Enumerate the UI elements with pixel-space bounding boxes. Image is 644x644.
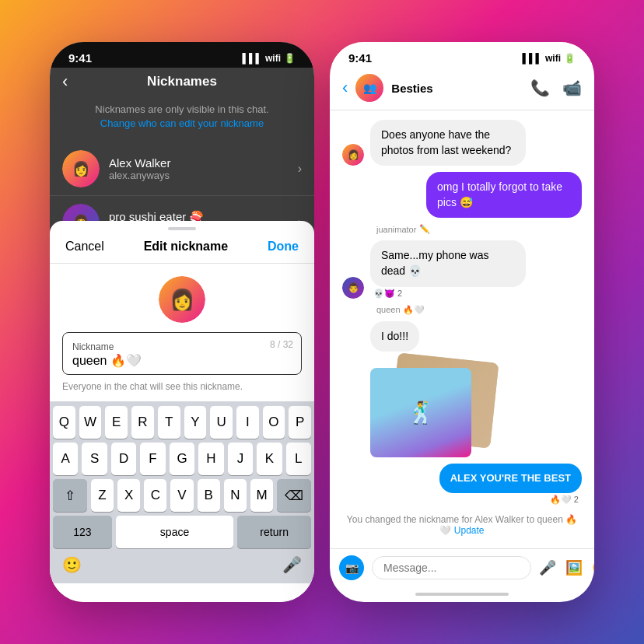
msg-avatar-3: 👨 [342,277,364,299]
left-phone: 9:41 ▌▌▌ wifi 🔋 ‹ Nicknames Nicknames ar… [50,42,314,602]
msg-row-5: ALEX YOU'RE THE BEST [439,464,582,493]
key-r[interactable]: R [131,406,154,439]
key-t[interactable]: T [158,406,180,439]
key-z[interactable]: Z [91,479,114,512]
subtitle-text: Nicknames are only visible in this chat. [95,103,268,115]
key-k[interactable]: K [257,443,282,475]
nickname-input-area[interactable]: Nickname 8 / 32 queen 🔥🤍 [62,332,302,375]
sticker-button[interactable]: 😊 [592,559,594,576]
home-indicator-right [330,586,594,602]
key-l[interactable]: L [286,443,311,475]
nav-bar: ‹ Nicknames [50,68,314,99]
header-action-icons: 📞 📹 [530,79,582,97]
msg-row-1: 👩 Does anyone have the photos from last … [342,120,582,166]
key-y[interactable]: Y [184,406,207,439]
right-status-bar: 9:41 ▌▌▌ wifi 🔋 [330,42,594,68]
page-title: Nicknames [147,74,217,89]
done-button[interactable]: Done [268,240,299,254]
key-s[interactable]: S [82,443,107,475]
key-b[interactable]: B [198,479,220,512]
nickname-label: Nickname [72,341,114,352]
key-123[interactable]: 123 [53,516,112,548]
sheet-avatar-area: 👩 [50,264,314,332]
key-u[interactable]: U [210,406,233,439]
sheet-header: Cancel Edit nickname Done [50,233,314,264]
right-time: 9:41 [348,51,372,65]
msg-row-4: I do!!! [342,321,582,352]
key-v[interactable]: V [170,479,193,512]
key-q[interactable]: Q [53,406,75,439]
mic-button[interactable]: 🎤 [539,559,556,576]
bubble-5: ALEX YOU'RE THE BEST [439,464,582,493]
chat-area: 👩 Does anyone have the photos from last … [330,110,594,548]
bubble-2: omg I totally forgot to take pics 😅 [426,172,582,218]
key-return[interactable]: return [237,516,311,548]
reaction-3: 💀😈 2 [370,289,526,299]
key-x[interactable]: X [117,479,140,512]
key-o[interactable]: O [263,406,285,439]
bubble-3: Same...my phone was dead 💀 [370,240,526,286]
contact-avatar-1: 👩 [62,150,100,187]
video-icon[interactable]: 📹 [562,79,582,97]
camera-button[interactable]: 📷 [339,555,364,580]
chat-header: ‹ 👥 Besties 📞 📹 [330,68,594,110]
cancel-button[interactable]: Cancel [65,240,104,254]
key-n[interactable]: N [224,479,247,512]
message-input[interactable] [372,556,531,579]
mic-icon[interactable]: 🎤 [282,555,302,574]
wifi-icon-r: wifi [545,53,561,64]
nickname-value[interactable]: queen 🔥🤍 [72,353,292,368]
battery-icon-r: 🔋 [564,53,576,64]
chevron-icon-1: › [298,162,302,176]
photo-front[interactable]: 🕺 [370,368,471,457]
message-bar: 📷 🎤 🖼️ 😊 [330,548,594,586]
key-m[interactable]: M [250,479,273,512]
key-row-1: Q W E R T Y U I O P [53,406,311,439]
reaction-5: 🔥🤍 2 [550,495,582,505]
group-name: Besties [391,82,523,95]
phone-icon[interactable]: 📞 [530,79,550,97]
key-a[interactable]: A [53,443,78,475]
keyboard: Q W E R T Y U I O P A S D [50,401,314,583]
key-i[interactable]: I [236,406,259,439]
sender-name-juanimator: juanimator [376,225,416,234]
group-avatar: 👥 [355,74,383,102]
message-actions: 🎤 🖼️ 😊 [539,559,594,576]
sender-label-juanimator: juanimator ✏️ [342,224,582,234]
signal-icon-r: ▌▌▌ [522,53,542,64]
key-p[interactable]: P [289,406,311,439]
key-d[interactable]: D [111,443,136,475]
back-button-right[interactable]: ‹ [342,78,348,98]
back-button[interactable]: ‹ [62,72,68,92]
key-h[interactable]: H [198,443,223,475]
update-link[interactable]: Update [454,525,485,536]
backspace-key[interactable]: ⌫ [277,479,311,512]
keyboard-bottom: 🙂 🎤 [53,552,311,580]
key-g[interactable]: G [170,443,194,475]
key-space[interactable]: space [116,516,234,548]
key-w[interactable]: W [79,406,102,439]
nickname-hint: Everyone in the chat will see this nickn… [50,381,314,401]
contact-username-1: alex.anyways [109,170,298,181]
msg-row-2: omg I totally forgot to take pics 😅 [342,172,582,218]
contact-row-1[interactable]: 👩 Alex Walker alex.anyways › [50,142,314,196]
right-phone: 9:41 ▌▌▌ wifi 🔋 ‹ 👥 Besties 📞 📹 👩 [330,42,594,602]
left-status-bar: 9:41 ▌▌▌ wifi 🔋 [50,42,314,68]
msg-avatar-1: 👩 [342,144,364,166]
key-f[interactable]: F [140,443,165,475]
key-row-2: A S D F G H J K L [53,443,311,475]
nickname-count: 8 / 32 [270,339,293,350]
key-shift[interactable]: ⇧ [53,479,87,512]
edit-icon-juanimator: ✏️ [419,224,430,234]
bottom-sheet: Cancel Edit nickname Done 👩 Nickname 8 /… [50,221,314,602]
subtitle-link[interactable]: Change who can edit your nickname [100,117,264,129]
key-j[interactable]: J [228,443,253,475]
key-c[interactable]: C [144,479,166,512]
subtitle-area: Nicknames are only visible in this chat.… [50,99,314,142]
left-time: 9:41 [68,51,92,65]
emoji-icon[interactable]: 🙂 [62,555,82,574]
image-button[interactable]: 🖼️ [565,559,583,576]
msg-with-reaction-3: Same...my phone was dead 💀 💀😈 2 [370,240,526,298]
key-e[interactable]: E [105,406,128,439]
contact-info-1: Alex Walker alex.anyways [109,156,298,181]
